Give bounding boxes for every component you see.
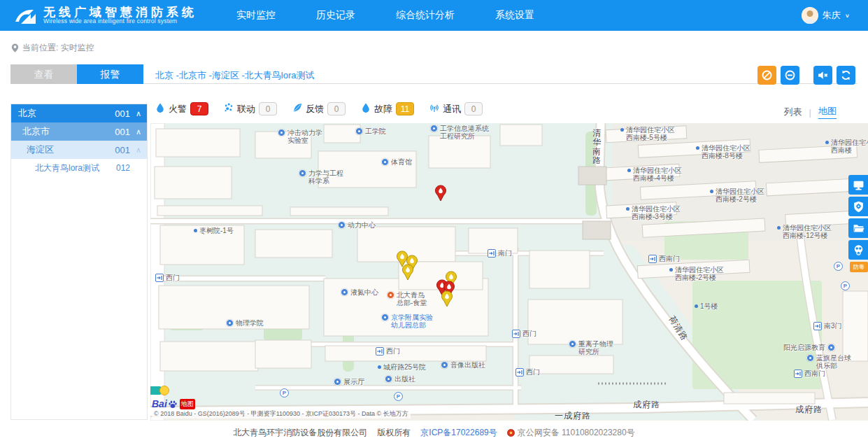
footer-icp-link[interactable]: 京ICP备17022689号 bbox=[420, 427, 497, 439]
collapse-button[interactable] bbox=[781, 66, 799, 85]
streetview-control[interactable] bbox=[150, 386, 169, 395]
footer-company: 北大青鸟环宇消防设备股份有限公司 bbox=[233, 427, 367, 439]
dot-icon bbox=[710, 190, 713, 193]
map-label-10: 京学附属实验幼儿园总部 bbox=[381, 314, 433, 329]
chevron-down-icon: ∨ bbox=[845, 13, 850, 19]
map-label-text: 枣树院-1号 bbox=[199, 227, 234, 234]
map-label-text: 南3门 bbox=[824, 322, 842, 330]
map-label-17: 西南门 bbox=[648, 255, 680, 263]
map-label-16: 重离子物理研究所 bbox=[569, 340, 613, 356]
nav-item-0[interactable]: 实时监控 bbox=[236, 9, 276, 22]
app-logo-icon bbox=[13, 5, 36, 26]
poi-icon bbox=[385, 375, 392, 383]
filter-1[interactable]: 联动0 bbox=[224, 102, 277, 115]
alarm-marker-red[interactable] bbox=[434, 185, 447, 202]
tree-expand-icon[interactable]: ∧ bbox=[130, 146, 147, 155]
road-label-0: 清华南路 bbox=[592, 129, 601, 165]
map-label-20: 清华园住宅小区西南楼-4号楼 bbox=[627, 167, 682, 182]
gas-mask-button[interactable] bbox=[848, 240, 868, 260]
app-subtitle: Wireless wide area intelligent fire cont… bbox=[43, 18, 197, 24]
app-header: 无线广域智慧消防系统 Wireless wide area intelligen… bbox=[0, 0, 868, 31]
map-label-24: 清华园住宅小区西南楼-2号楼 bbox=[669, 266, 724, 281]
switch-map[interactable]: 地图 bbox=[818, 105, 837, 119]
tree-node-count: 012 bbox=[109, 163, 130, 173]
switch-separator: | bbox=[809, 107, 811, 118]
map-label-26: 1号楼 bbox=[695, 302, 718, 310]
map-base-layer bbox=[150, 123, 868, 421]
nav-item-2[interactable]: 综合统计分析 bbox=[396, 9, 455, 22]
tree-expand-icon[interactable]: ∧ bbox=[130, 109, 147, 118]
tree-node-label: 海淀区 bbox=[27, 143, 109, 156]
poi-icon bbox=[387, 291, 394, 299]
dot-icon bbox=[669, 268, 673, 272]
poi-icon bbox=[338, 221, 346, 229]
map-label-8: 物理学院 bbox=[226, 319, 264, 327]
map-label-text: 工学院 bbox=[365, 127, 386, 135]
map-label-5: 枣树院-1号 bbox=[194, 227, 234, 234]
map-label-text: 体育馆 bbox=[391, 158, 412, 166]
block-button[interactable] bbox=[757, 66, 776, 85]
map-label-text: 液氮中心 bbox=[350, 288, 378, 296]
tree-node-2[interactable]: 海淀区001∧ bbox=[11, 141, 147, 159]
hazard-tag[interactable]: 防毒 bbox=[850, 262, 868, 272]
monitor-button[interactable] bbox=[848, 175, 868, 195]
mute-button[interactable] bbox=[813, 66, 832, 85]
filter-2[interactable]: 反馈0 bbox=[292, 102, 346, 115]
filter-4[interactable]: 通讯0 bbox=[429, 102, 483, 115]
alarm-marker-yellow[interactable] bbox=[441, 290, 453, 307]
poi-icon bbox=[226, 319, 234, 327]
gate-icon bbox=[515, 368, 524, 377]
map-label-text: 音像出版社 bbox=[450, 361, 485, 369]
page-footer: 北大青鸟环宇消防设备股份有限公司 版权所有 京ICP备17022689号 京公网… bbox=[0, 427, 868, 439]
map-label-text: 清华园住宅小区西南楼-2号楼 bbox=[675, 266, 724, 281]
filter-count-badge: 11 bbox=[396, 102, 414, 115]
feather-icon bbox=[292, 103, 302, 115]
parking-icon: P bbox=[280, 388, 289, 398]
filter-count-badge: 0 bbox=[327, 102, 346, 115]
filter-3[interactable]: 故障11 bbox=[361, 102, 414, 115]
map-label-text: 西门 bbox=[526, 368, 540, 376]
gate-icon bbox=[794, 370, 802, 378]
map-label-19: 清华园住宅小区西南楼-8号楼 bbox=[696, 144, 750, 160]
map-label-22: 清华园住宅小区西南楼-3号楼 bbox=[626, 205, 681, 220]
poi-icon bbox=[341, 288, 348, 296]
map-label-3: 体育馆 bbox=[381, 158, 412, 166]
police-badge-icon bbox=[507, 429, 515, 437]
map-label-text: 西门 bbox=[386, 347, 400, 355]
poi-icon bbox=[806, 354, 814, 362]
map-label-text: 西南门 bbox=[659, 255, 680, 262]
dot-icon bbox=[777, 226, 781, 230]
tree-node-1[interactable]: 北京市001∧ bbox=[11, 122, 147, 141]
tree-expand-icon[interactable]: ∧ bbox=[130, 127, 147, 136]
user-name: 朱庆 bbox=[823, 9, 841, 22]
page: 无线广域智慧消防系统 Wireless wide area intelligen… bbox=[0, 0, 868, 443]
filter-label: 通讯 bbox=[443, 103, 461, 115]
tab-alarm[interactable]: 报警 bbox=[77, 64, 143, 84]
map-label-text: 力学与工程科学系 bbox=[308, 169, 343, 185]
nav-item-3[interactable]: 系统设置 bbox=[495, 9, 534, 22]
baidu-map[interactable]: 冲击动力学实验室工学院工学信息港系统工程研究所体育馆力学与工程科学系枣树院-1号… bbox=[150, 123, 868, 421]
map-label-text: 京学附属实验幼儿园总部 bbox=[391, 314, 433, 329]
nav-item-1[interactable]: 历史记录 bbox=[316, 9, 355, 22]
dot-icon bbox=[695, 304, 698, 308]
alarm-filters: 火警7联动0反馈0故障11通讯0 bbox=[155, 102, 483, 115]
road-label-2: 成府路 bbox=[633, 399, 660, 411]
tree-node-0[interactable]: 北京001∧ bbox=[11, 104, 147, 122]
user-menu[interactable]: 朱庆 ∨ bbox=[802, 0, 850, 31]
refresh-button[interactable] bbox=[837, 66, 855, 85]
view-switch: 列表 | 地图 bbox=[784, 105, 837, 119]
map-label-text: 清华园住宅小区西南楼-5号楼 bbox=[626, 126, 675, 141]
map-label-34: 出版社 bbox=[385, 375, 415, 383]
filter-label: 火警 bbox=[169, 103, 187, 115]
map-attribution: © 2018 Baidu - GS(2016)2089号 - 甲测资字11009… bbox=[152, 409, 411, 419]
shield-gear-button[interactable] bbox=[848, 197, 868, 216]
alarm-marker-yellow[interactable] bbox=[401, 264, 414, 281]
dot-icon bbox=[627, 169, 631, 172]
map-label-0: 冲击动力学实验室 bbox=[278, 129, 322, 144]
filter-0[interactable]: 火警7 bbox=[155, 102, 208, 115]
tree-node-3[interactable]: 北大青鸟lora测试012 bbox=[11, 159, 147, 177]
switch-list[interactable]: 列表 bbox=[784, 106, 802, 118]
dot-icon bbox=[825, 141, 829, 144]
tab-view[interactable]: 查看 bbox=[10, 64, 77, 84]
folder-button[interactable] bbox=[848, 218, 868, 238]
